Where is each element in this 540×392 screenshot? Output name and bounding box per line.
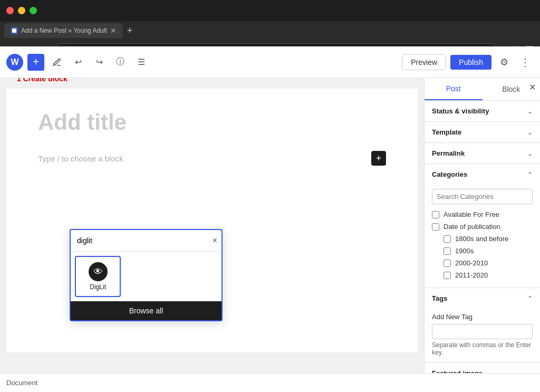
close-window-btn[interactable] xyxy=(6,7,14,14)
more-options-button[interactable]: ⋮ xyxy=(517,54,534,71)
categories-search-input[interactable] xyxy=(432,189,533,204)
tab-title: Add a New Post « Young Adult xyxy=(21,27,107,34)
section-permalink: Permalink ⌄ xyxy=(425,143,540,164)
category-1900s: 1900s xyxy=(443,245,533,257)
tools-button[interactable] xyxy=(49,54,65,71)
redo-button[interactable]: ↪ xyxy=(91,54,108,71)
section-status-visibility: Status & visibility ⌄ xyxy=(425,101,540,122)
chevron-up-categories-icon: ⌃ xyxy=(527,171,533,178)
section-categories-content: Available For Free Date of publication 1… xyxy=(425,185,540,288)
category-1900s-label: 1900s xyxy=(455,247,474,255)
chevron-down-permalink-icon: ⌄ xyxy=(527,150,533,157)
browser-chrome: Add a New Post « Young Adult ✕ + ← → ↻ 🔒… xyxy=(0,0,540,46)
section-categories-title: Categories xyxy=(432,170,467,178)
wordpress-container: W + ↩ ↪ ⓘ ☰ Preview Publish ⚙ ⋮ ↑ 1 Crea… xyxy=(0,46,540,392)
diglit-icon-inner: 👁 xyxy=(89,262,108,281)
publish-button[interactable]: Publish xyxy=(450,55,491,70)
diglit-block-label: DigLit xyxy=(90,283,106,291)
sidebar-tabs: Post Block ✕ xyxy=(425,78,540,101)
category-2011-2020: 2011-2020 xyxy=(443,269,533,281)
wp-canvas: ↑ 1 Create block Add title Type / to cho… xyxy=(6,89,418,352)
category-1800s-label: 1800s and before xyxy=(455,235,508,243)
section-template: Template ⌄ xyxy=(425,122,540,143)
section-categories: Categories ⌃ Available For Free Date of … xyxy=(425,164,540,288)
post-title-placeholder[interactable]: Add title xyxy=(38,110,386,135)
tab-bar: Add a New Post « Young Adult ✕ + xyxy=(0,21,540,40)
chevron-up-tags-icon: ⌃ xyxy=(527,295,533,302)
section-status-header[interactable]: Status & visibility ⌄ xyxy=(425,101,540,121)
wp-main: ↑ 1 Create block Add title Type / to cho… xyxy=(0,78,540,373)
add-tag-input[interactable] xyxy=(432,324,533,339)
checkbox-2000-2010[interactable] xyxy=(443,260,451,267)
section-tags-content: Add New Tag Separate with commas or the … xyxy=(425,309,540,362)
maximize-window-btn[interactable] xyxy=(30,7,37,14)
preview-button[interactable]: Preview xyxy=(402,54,446,70)
sidebar-close-btn[interactable]: ✕ xyxy=(529,82,536,92)
list-view-button[interactable]: ☰ xyxy=(133,54,150,71)
category-2000-2010-label: 2000-2010 xyxy=(455,259,488,267)
wp-bottom-bar: Document xyxy=(0,373,540,392)
minimize-window-btn[interactable] xyxy=(18,7,25,14)
chevron-down-icon: ⌄ xyxy=(527,108,533,115)
wp-editor: ↑ 1 Create block Add title Type / to cho… xyxy=(0,78,424,373)
diglit-block-item[interactable]: 👁 DigLit xyxy=(75,256,121,297)
tab-close-btn[interactable]: ✕ xyxy=(110,26,117,35)
window-controls xyxy=(6,7,37,14)
category-2000-2010: 2000-2010 xyxy=(443,257,533,269)
tab-post[interactable]: Post xyxy=(425,78,483,100)
section-tags-title: Tags xyxy=(432,294,447,302)
section-template-title: Template xyxy=(432,128,461,136)
section-tags-header[interactable]: Tags ⌃ xyxy=(425,288,540,309)
block-search-input[interactable] xyxy=(75,234,213,247)
annotation-create-block: ↑ 1 Create block xyxy=(17,78,68,83)
inline-add-block-btn[interactable]: + xyxy=(371,151,386,166)
tab-favicon xyxy=(11,27,18,34)
section-featured-image-title: Featured image xyxy=(432,369,483,373)
checkbox-1800s[interactable] xyxy=(443,235,451,243)
category-available-free-label: Available For Free xyxy=(443,211,499,218)
category-2011-2020-label: 2011-2020 xyxy=(455,271,488,279)
chevron-down-template-icon: ⌄ xyxy=(527,129,533,136)
add-tag-hint: Separate with commas or the Enter key. xyxy=(432,341,533,356)
browser-titlebar xyxy=(0,0,540,21)
section-template-header[interactable]: Template ⌄ xyxy=(425,122,540,142)
checkbox-2011-2020[interactable] xyxy=(443,272,451,279)
wp-logo[interactable]: W xyxy=(6,54,23,71)
block-prompt-text: Type / to choose a block xyxy=(38,154,123,163)
section-tags: Tags ⌃ Add New Tag Separate with commas … xyxy=(425,288,540,363)
tags-label: Add New Tag xyxy=(432,313,533,321)
add-block-button[interactable]: + xyxy=(27,54,44,71)
checkbox-1900s[interactable] xyxy=(443,247,451,255)
section-permalink-header[interactable]: Permalink ⌄ xyxy=(425,143,540,164)
favicon-inner xyxy=(12,28,16,33)
section-featured-image-header[interactable]: Featured image ⌄ xyxy=(425,363,540,373)
sub-categories: 1800s and before 1900s 2000-2010 xyxy=(432,233,533,281)
category-date-of-publication: Date of publication xyxy=(432,221,533,233)
category-1800s: 1800s and before xyxy=(443,233,533,245)
block-grid: 👁 DigLit xyxy=(71,252,221,301)
section-status-title: Status & visibility xyxy=(432,107,489,115)
block-search-input-wrap: × xyxy=(71,230,221,252)
browser-tab[interactable]: Add a New Post « Young Adult ✕ xyxy=(4,23,123,38)
new-tab-btn[interactable]: + xyxy=(127,25,133,36)
section-permalink-title: Permalink xyxy=(432,149,465,157)
annotation-1-label: 1 Create block xyxy=(17,78,68,83)
undo-button[interactable]: ↩ xyxy=(70,54,86,71)
wp-sidebar: Post Block ✕ Status & visibility ⌄ Templ… xyxy=(424,78,540,373)
wp-toolbar: W + ↩ ↪ ⓘ ☰ Preview Publish ⚙ ⋮ xyxy=(0,46,540,78)
block-prompt-area: Type / to choose a block + xyxy=(38,151,386,166)
info-button[interactable]: ⓘ xyxy=(112,54,129,71)
block-search-clear-btn[interactable]: × xyxy=(213,236,217,245)
section-featured-image: Featured image ⌄ xyxy=(425,363,540,373)
section-categories-header[interactable]: Categories ⌃ xyxy=(425,164,540,185)
bottom-bar-label: Document xyxy=(6,379,37,387)
checkbox-available-free[interactable] xyxy=(432,211,439,218)
browse-all-button[interactable]: Browse all xyxy=(71,301,221,320)
category-available-for-free: Available For Free xyxy=(432,208,533,221)
sidebar-content: Status & visibility ⌄ Template ⌄ Permali… xyxy=(425,101,540,373)
category-date-publication-label: Date of publication xyxy=(443,223,500,231)
checkbox-date-publication[interactable] xyxy=(432,223,439,231)
block-search-popup: × 👁 DigLit Browse all xyxy=(70,229,223,321)
settings-button[interactable]: ⚙ xyxy=(496,54,513,71)
diglit-block-icon: 👁 xyxy=(89,262,108,281)
